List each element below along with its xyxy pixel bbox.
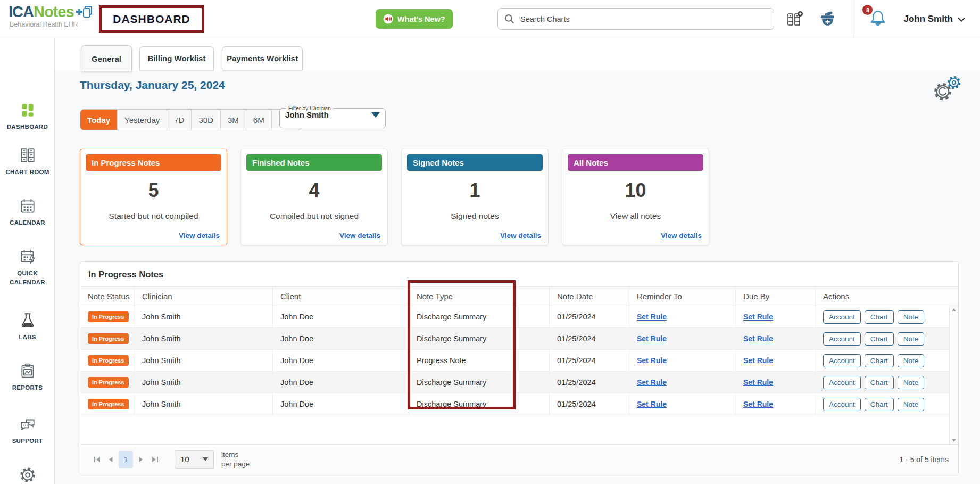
notifications-bell[interactable]: 8 [868,9,887,30]
set-rule-link[interactable]: Set Rule [743,378,773,387]
cell-client: John Doe [273,328,409,349]
clinician-filter-dropdown[interactable]: Filter by Clinician John Smith [279,105,386,128]
note-button[interactable]: Note [898,398,925,411]
table-scrollbar[interactable] [949,306,958,444]
sidebar-item-quick-calendar[interactable]: QUICK CALENDAR [0,248,55,286]
cell-note-date: 01/25/2024 [550,328,629,349]
cell-client: John Doe [273,306,409,327]
range-filter-6m[interactable]: 6M [246,110,272,130]
range-filter-3m[interactable]: 3M [221,110,246,130]
card-subtitle: Signed notes [402,211,548,221]
view-details-link[interactable]: View details [179,232,220,240]
scroll-down-icon[interactable] [952,439,956,442]
account-button[interactable]: Account [823,376,861,389]
note-button[interactable]: Note [898,332,925,346]
sidebar-item-settings[interactable]: SETTINGS [0,466,55,484]
chart-button[interactable]: Chart [865,398,894,411]
whats-new-button[interactable]: What's New? [376,9,453,29]
chart-button[interactable]: Chart [865,376,894,389]
set-rule-link[interactable]: Set Rule [637,378,667,387]
last-page-button[interactable] [148,452,162,467]
note-button[interactable]: Note [898,310,925,324]
column-note-status: Note Status [80,287,135,306]
user-menu[interactable]: John Smith [903,14,965,24]
set-rule-link[interactable]: Set Rule [637,334,667,343]
next-page-button[interactable] [134,452,148,467]
sidebar-item-labs[interactable]: LABS [0,311,55,342]
sidebar-item-reports[interactable]: REPORTS [0,362,55,392]
search-input[interactable] [519,14,767,24]
sidebar-item-dashboard[interactable]: DASHBOARD [0,101,55,132]
sidebar-item-support[interactable]: SUPPORT [0,415,55,446]
account-button[interactable]: Account [823,354,861,367]
range-filter-30d[interactable]: 30D [192,110,221,130]
note-button[interactable]: Note [898,354,925,367]
cell-note-date: 01/25/2024 [550,306,629,327]
announcement-speaker-icon [383,14,393,24]
page-size-select[interactable]: 10 [175,450,214,469]
lab-flask-icon [19,311,37,330]
add-prescription-mortar-icon[interactable] [819,11,836,28]
set-rule-link[interactable]: Set Rule [743,356,773,365]
sidebar-label-calendar: CALENDAR [7,218,47,227]
tab-payments-worklist[interactable]: Payments Worklist [222,46,303,70]
sidebar-item-chart-room[interactable]: CHART ROOM [0,146,55,177]
current-page-button[interactable]: 1 [119,451,133,468]
set-rule-link[interactable]: Set Rule [637,356,667,365]
account-button[interactable]: Account [823,398,861,411]
previous-page-button[interactable] [104,452,118,467]
card-subtitle: Compiled but not signed [241,211,387,221]
note-button[interactable]: Note [898,376,925,389]
account-button[interactable]: Account [823,332,861,346]
left-sidebar: DASHBOARD CHART ROOM [0,38,55,484]
logo-plus-document-icon [75,5,93,20]
range-filter-today[interactable]: Today [80,110,118,130]
cell-clinician: John Smith [135,372,273,393]
add-chart-cabinet-icon[interactable] [786,11,803,28]
app-logo[interactable]: ICANotes Behavioral Health EHR [9,4,93,28]
chart-button[interactable]: Chart [865,354,894,367]
scroll-up-icon[interactable] [952,308,956,311]
status-badge: In Progress [88,333,129,344]
set-rule-link[interactable]: Set Rule [743,334,773,343]
range-filter-7d[interactable]: 7D [167,110,192,130]
gear-small-icon [946,75,962,91]
tab-general[interactable]: General [81,45,132,71]
chart-button[interactable]: Chart [865,310,894,324]
set-rule-link[interactable]: Set Rule [743,400,773,408]
main-content: General Billing Worklist Payments Workli… [55,38,980,484]
cell-client: John Doe [273,350,409,371]
page-title-annotation-box: DASHBOARD [99,5,204,33]
status-badge: In Progress [88,377,129,388]
date-heading: Thursday, January 25, 2024 [80,79,225,92]
view-details-link[interactable]: View details [339,232,380,240]
tab-billing-worklist[interactable]: Billing Worklist [139,46,214,70]
view-details-link[interactable]: View details [500,232,541,240]
set-rule-link[interactable]: Set Rule [637,313,667,321]
dashboard-settings-button[interactable] [932,75,963,103]
first-page-button[interactable] [90,452,104,467]
logo-text-ica: ICA [9,4,34,20]
card-finished-notes: Finished Notes 4 Compiled but not signed… [240,149,388,245]
cell-clinician: John Smith [135,328,273,349]
view-details-link[interactable]: View details [661,232,702,240]
select-caret-icon [203,457,208,461]
icanotes-dashboard: ICANotes Behavioral Health EHR DASHBOARD… [0,0,980,484]
chart-button[interactable]: Chart [865,332,894,346]
table-row: In Progress John Smith John Doe Progress… [80,350,949,372]
set-rule-link[interactable]: Set Rule [637,400,667,408]
card-header: Signed Notes [407,154,543,171]
set-rule-link[interactable]: Set Rule [743,313,773,321]
card-header: Finished Notes [246,154,382,171]
dropdown-caret-icon [371,112,380,118]
status-badge: In Progress [88,355,129,366]
search-icon [504,14,514,24]
sidebar-item-calendar[interactable]: CALENDAR [0,197,55,227]
range-filter-yesterday[interactable]: Yesterday [118,110,167,130]
table-row: In Progress John Smith John Doe Discharg… [80,328,949,350]
items-per-page-label: items per page [221,450,250,469]
account-button[interactable]: Account [823,310,861,324]
dashboard-grid-icon [19,101,37,119]
cell-note-type: Discharge Summary [409,328,550,349]
top-header: ICANotes Behavioral Health EHR DASHBOARD… [0,0,980,38]
